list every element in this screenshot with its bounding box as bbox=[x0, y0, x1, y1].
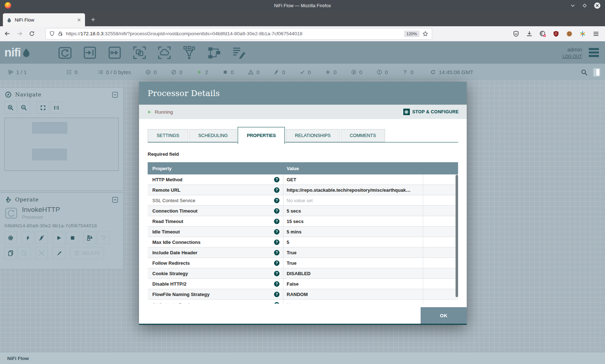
window-restore-button[interactable] bbox=[582, 3, 587, 8]
status-item: 0 bbox=[248, 69, 259, 75]
operate-panel: Operate InvokeHTTP Processor 04b8fd14-80… bbox=[0, 192, 124, 269]
refresh-icon[interactable] bbox=[430, 69, 436, 75]
help-icon[interactable]: ? bbox=[274, 260, 279, 266]
template-icon[interactable] bbox=[207, 45, 221, 60]
tab-scheduling[interactable]: SCHEDULING bbox=[189, 129, 237, 142]
search-button[interactable] bbox=[581, 69, 587, 76]
breadcrumb[interactable]: NiFi Flow bbox=[7, 356, 29, 361]
status-item: 0 bbox=[66, 69, 77, 75]
help-icon[interactable]: ? bbox=[274, 271, 279, 276]
cluster-icon bbox=[8, 69, 13, 75]
table-row: Attributes to Send?No value set bbox=[148, 300, 458, 304]
status-item: 0 / 0 bytes bbox=[98, 69, 131, 75]
zoom-in-button[interactable] bbox=[4, 101, 17, 114]
collapse-navigate-button[interactable] bbox=[112, 92, 118, 98]
window-close-button[interactable] bbox=[594, 2, 601, 9]
back-button[interactable] bbox=[4, 31, 10, 37]
zoom-out-button[interactable] bbox=[18, 101, 30, 114]
reload-button[interactable] bbox=[29, 31, 35, 37]
breadcrumb-bar: NiFi Flow bbox=[0, 352, 605, 364]
copy-button[interactable] bbox=[4, 247, 17, 259]
funnel-icon[interactable] bbox=[182, 45, 197, 60]
close-tab-icon[interactable] bbox=[77, 18, 81, 22]
status-item: 0 bbox=[274, 69, 285, 75]
stop-and-configure-button[interactable]: STOP & CONFIGURE bbox=[403, 109, 459, 115]
download-icon[interactable] bbox=[526, 31, 533, 37]
processor-stamp-icon bbox=[4, 206, 18, 220]
logout-link[interactable]: LOG OUT bbox=[563, 54, 582, 59]
container-icon[interactable] bbox=[539, 31, 546, 37]
table-row: Read Timeout?15 secs bbox=[148, 216, 458, 227]
operate-buttons: DELETE bbox=[4, 232, 119, 259]
pocket-shield-icon[interactable] bbox=[513, 31, 519, 37]
gear-button[interactable] bbox=[4, 232, 17, 244]
help-icon[interactable]: ? bbox=[274, 229, 279, 235]
dialog-status-bar: Running STOP & CONFIGURE bbox=[139, 105, 467, 119]
cookie-icon[interactable] bbox=[566, 31, 573, 37]
enable-button[interactable] bbox=[22, 232, 34, 244]
url-text: https://172.18.0.3:32558/nifi/?processGr… bbox=[66, 31, 401, 36]
save-template-button[interactable] bbox=[84, 232, 96, 244]
paste-icon bbox=[21, 250, 27, 256]
colorful-asterisk-icon[interactable] bbox=[579, 31, 586, 37]
stop-button[interactable] bbox=[66, 232, 79, 244]
value-column-header: Value bbox=[283, 166, 458, 171]
table-row: Cookie Strategy?DISABLED bbox=[148, 268, 458, 279]
zoom-in-icon bbox=[8, 105, 14, 111]
help-icon[interactable]: ? bbox=[274, 219, 279, 224]
locally-modified-icon bbox=[325, 69, 331, 75]
bookmark-star-icon[interactable] bbox=[422, 31, 428, 37]
help-icon[interactable]: ? bbox=[274, 187, 279, 193]
help-icon[interactable]: ? bbox=[274, 292, 279, 297]
help-icon[interactable]: ? bbox=[274, 177, 279, 182]
fit-icon bbox=[40, 105, 46, 111]
zoom-level-badge[interactable]: 120% bbox=[404, 31, 420, 37]
table-header: Property Value bbox=[148, 162, 458, 174]
ublock-icon[interactable] bbox=[553, 31, 559, 37]
disable-button[interactable] bbox=[35, 232, 48, 244]
help-icon[interactable]: ? bbox=[274, 208, 279, 214]
help-icon[interactable]: ? bbox=[274, 302, 279, 304]
url-bar[interactable]: https://172.18.0.3:32558/nifi/?processGr… bbox=[45, 28, 432, 40]
processor-icon[interactable] bbox=[58, 45, 72, 60]
help-icon[interactable]: ? bbox=[274, 250, 279, 255]
output-port-icon[interactable] bbox=[107, 45, 122, 60]
window-minimize-button[interactable] bbox=[570, 3, 575, 8]
table-scrollbar[interactable] bbox=[456, 175, 458, 297]
tab-relationships[interactable]: RELATIONSHIPS bbox=[286, 129, 340, 142]
browser-tab[interactable]: NiFi Flow bbox=[3, 13, 85, 26]
birdseye-minimap[interactable] bbox=[4, 118, 119, 171]
running-status-icon bbox=[147, 110, 152, 114]
property-column-header: Property bbox=[148, 166, 283, 171]
delete-icon bbox=[74, 250, 80, 256]
fit-button[interactable] bbox=[37, 101, 49, 114]
fill-color-button[interactable] bbox=[53, 247, 65, 259]
tab-settings[interactable]: SETTINGS bbox=[148, 129, 188, 142]
panel-toggle-button[interactable] bbox=[593, 68, 601, 77]
remote-process-group-icon[interactable] bbox=[157, 45, 172, 60]
table-row: HTTP Method?GET bbox=[148, 174, 458, 185]
input-port-icon[interactable] bbox=[82, 45, 97, 60]
help-icon[interactable]: ? bbox=[274, 198, 279, 203]
nifi-logo: nifi bbox=[4, 46, 51, 59]
status-item: 0 bbox=[351, 69, 362, 75]
tracking-protection-icon[interactable] bbox=[49, 31, 55, 36]
collapse-operate-button[interactable] bbox=[112, 197, 118, 203]
disabled-icon bbox=[274, 69, 279, 75]
ok-button[interactable]: OK bbox=[421, 307, 467, 324]
global-menu-button[interactable] bbox=[588, 47, 600, 58]
fill-color-icon bbox=[56, 250, 62, 256]
actual-size-button[interactable] bbox=[50, 101, 62, 114]
tab-properties[interactable]: PROPERTIES bbox=[238, 127, 285, 144]
help-icon[interactable]: ? bbox=[274, 240, 279, 245]
label-icon[interactable] bbox=[232, 45, 246, 60]
help-icon[interactable]: ? bbox=[274, 281, 279, 287]
start-button[interactable] bbox=[53, 232, 65, 244]
process-group-icon[interactable] bbox=[132, 45, 147, 60]
status-item: 0 bbox=[223, 69, 234, 75]
running-icon bbox=[197, 69, 202, 75]
new-tab-button[interactable] bbox=[90, 17, 96, 22]
app-menu-button[interactable] bbox=[593, 31, 599, 37]
tab-comments[interactable]: COMMENTS bbox=[341, 129, 385, 142]
lock-warning-icon[interactable] bbox=[58, 31, 63, 36]
